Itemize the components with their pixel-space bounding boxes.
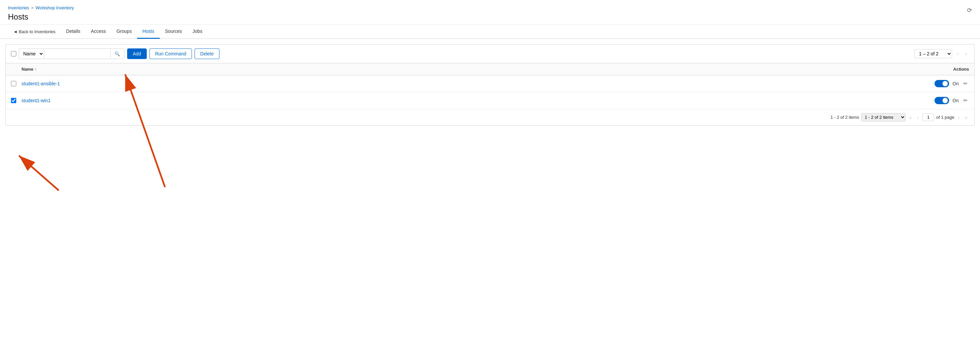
page-title: Hosts [8, 12, 972, 22]
pagination-info: 1 – 2 of 2 ‹ › [915, 49, 969, 59]
row2-actions: On ✏ [916, 97, 969, 104]
search-button[interactable]: 🔍 [110, 48, 124, 59]
table-header: Name ↑ Actions [6, 63, 974, 75]
tab-sources[interactable]: Sources [160, 25, 187, 39]
page-size-select[interactable]: 1 – 2 of 2 [915, 49, 952, 59]
table-row: student1-ansible-1 On ✏ [6, 75, 974, 92]
next-page-bottom-button[interactable]: › [956, 114, 961, 121]
tab-details[interactable]: Details [61, 25, 86, 39]
bottom-pagination: 1 - 2 of 2 items 1 - 2 of 2 items « ‹ of… [6, 109, 974, 125]
total-pages-label: of 1 page [936, 115, 954, 120]
sort-name-icon[interactable]: ↑ [35, 67, 37, 71]
tab-back-to-inventories[interactable]: ◄ Back to Inventories [8, 25, 61, 38]
breadcrumb-separator: > [31, 5, 34, 10]
row2-checkbox[interactable] [11, 98, 16, 103]
breadcrumb: Inventories > Workshop Inventory [8, 5, 972, 10]
select-all-checkbox[interactable] [11, 51, 16, 56]
row1-toggle[interactable] [934, 80, 949, 87]
row2-name-link[interactable]: student1-win1 [22, 98, 51, 103]
row2-toggle[interactable] [934, 97, 949, 104]
page-number-input[interactable] [922, 113, 934, 121]
row1-actions: On ✏ [916, 80, 969, 87]
run-command-button[interactable]: Run Command [150, 48, 192, 59]
tab-hosts[interactable]: Hosts [137, 25, 160, 39]
prev-page-bottom-button[interactable]: ‹ [916, 114, 921, 121]
breadcrumb-inventories[interactable]: Inventories [8, 5, 29, 10]
row1-edit-button[interactable]: ✏ [962, 80, 969, 87]
last-page-button[interactable]: » [963, 114, 969, 121]
svg-line-1 [19, 155, 59, 190]
row1-name-link[interactable]: student1-ansible-1 [22, 81, 60, 86]
tabs-bar: ◄ Back to Inventories Details Access Gro… [0, 25, 980, 39]
history-button[interactable]: ⟳ [967, 6, 972, 14]
row1-toggle-label: On [953, 81, 959, 86]
search-icon: 🔍 [115, 51, 120, 56]
first-page-button[interactable]: « [908, 114, 913, 121]
tab-jobs[interactable]: Jobs [187, 25, 208, 39]
bottom-page-size-select[interactable]: 1 - 2 of 2 items [861, 113, 906, 121]
breadcrumb-workshop-inventory[interactable]: Workshop Inventory [35, 5, 74, 10]
toolbar: Name 🔍 Add Run Command Delete 1 – 2 of 2… [6, 44, 974, 63]
filter-attribute-select[interactable]: Name [19, 48, 44, 59]
search-input[interactable] [44, 48, 110, 59]
next-page-button[interactable]: › [963, 50, 969, 57]
delete-button[interactable]: Delete [194, 48, 219, 59]
row2-edit-button[interactable]: ✏ [962, 97, 969, 104]
tab-access[interactable]: Access [86, 25, 111, 39]
add-button[interactable]: Add [127, 48, 147, 59]
row1-checkbox[interactable] [11, 81, 16, 86]
table-row: student1-win1 On ✏ [6, 92, 974, 109]
prev-page-button[interactable]: ‹ [955, 50, 961, 57]
tab-groups[interactable]: Groups [111, 25, 137, 39]
col-name-header: Name ↑ [22, 67, 916, 71]
row2-toggle-label: On [953, 98, 959, 103]
col-actions-header: Actions [916, 67, 969, 71]
items-count-label: 1 - 2 of 2 items [830, 115, 859, 120]
